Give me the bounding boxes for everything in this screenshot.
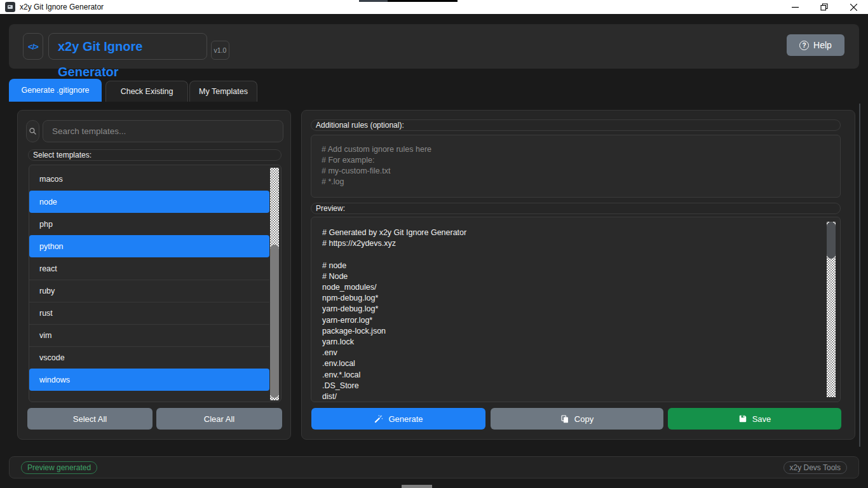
top-edge-artifact-right xyxy=(388,0,458,2)
generate-button[interactable]: Generate xyxy=(311,408,485,430)
template-list-scrollbar[interactable] xyxy=(270,168,279,400)
generate-button-label: Generate xyxy=(388,414,423,424)
template-item-vscode[interactable]: vscode xyxy=(29,346,269,369)
top-edge-artifact-left xyxy=(359,0,388,2)
preview-label: Preview: xyxy=(311,203,841,214)
copy-button[interactable]: Copy xyxy=(491,408,663,430)
copy-icon xyxy=(560,414,569,424)
window-title: x2y Git Ignore Generator xyxy=(20,3,104,11)
template-item-rust[interactable]: rust xyxy=(29,302,269,324)
tab-check-existing[interactable]: Check Existing xyxy=(105,81,188,102)
additional-rules-textarea[interactable] xyxy=(311,135,841,198)
tab-generate-gitignore[interactable]: Generate .gitignore xyxy=(9,79,102,102)
titlebar: x2y Git Ignore Generator xyxy=(0,0,868,14)
template-item-php[interactable]: php xyxy=(29,213,269,235)
status-bar: Preview generated x2y Devs Tools xyxy=(9,456,859,478)
template-list-scrollbar-thumb[interactable] xyxy=(270,245,279,398)
preview-box[interactable]: # Generated by x2y Git Ignore Generator … xyxy=(311,217,841,402)
clear-all-button[interactable]: Clear All xyxy=(156,408,282,430)
status-badge: Preview generated xyxy=(21,461,97,474)
tab-my-templates[interactable]: My Templates xyxy=(189,81,257,102)
preview-text: # Generated by x2y Git Ignore Generator … xyxy=(311,217,840,402)
template-item-python[interactable]: python xyxy=(29,235,269,257)
templates-panel: Select templates: macosnodephppythonreac… xyxy=(17,110,291,440)
template-list[interactable]: macosnodephppythonreactrubyrustvimvscode… xyxy=(29,165,281,402)
restore-button[interactable] xyxy=(810,0,839,14)
save-button-label: Save xyxy=(752,414,771,424)
app-logo: </> xyxy=(23,33,43,60)
minimize-button[interactable] xyxy=(780,0,810,14)
close-button[interactable] xyxy=(839,0,868,14)
app-icon xyxy=(5,2,15,12)
taskbar-peek-artifact xyxy=(402,485,432,488)
search-icon-box xyxy=(26,120,39,142)
template-item-macos[interactable]: macos xyxy=(29,168,269,191)
app-header: </> x2y Git Ignore Generator v1.0 ? Help xyxy=(9,24,859,69)
question-circle-icon: ? xyxy=(799,41,809,50)
version-badge: v1.0 xyxy=(211,41,229,60)
save-icon xyxy=(738,414,747,423)
preview-scrollbar-thumb[interactable] xyxy=(827,222,836,259)
search-icon xyxy=(29,127,37,135)
window-controls xyxy=(780,0,868,14)
save-button[interactable]: Save xyxy=(668,408,841,430)
select-templates-label: Select templates: xyxy=(28,149,281,161)
help-button-label: Help xyxy=(813,40,832,50)
template-item-windows[interactable]: windows xyxy=(29,369,269,391)
template-item-node[interactable]: node xyxy=(29,191,269,213)
brand-badge: x2y Devs Tools xyxy=(783,461,847,474)
right-edge-line xyxy=(859,104,860,447)
template-item-react[interactable]: react xyxy=(29,257,269,280)
template-item-vim[interactable]: vim xyxy=(29,324,269,346)
generator-panel: Additional rules (optional): Preview: # … xyxy=(301,110,855,440)
app-title: x2y Git Ignore Generator xyxy=(48,33,207,60)
template-item-ruby[interactable]: ruby xyxy=(29,280,269,302)
template-items: macosnodephppythonreactrubyrustvimvscode… xyxy=(29,168,281,391)
select-all-button[interactable]: Select All xyxy=(27,408,153,430)
magic-wand-icon xyxy=(374,414,383,424)
code-brackets-icon: </> xyxy=(28,42,38,51)
additional-rules-label: Additional rules (optional): xyxy=(311,119,841,131)
help-button[interactable]: ? Help xyxy=(787,34,844,56)
preview-scrollbar[interactable] xyxy=(827,222,836,397)
search-input[interactable] xyxy=(43,120,283,142)
copy-button-label: Copy xyxy=(574,414,593,424)
